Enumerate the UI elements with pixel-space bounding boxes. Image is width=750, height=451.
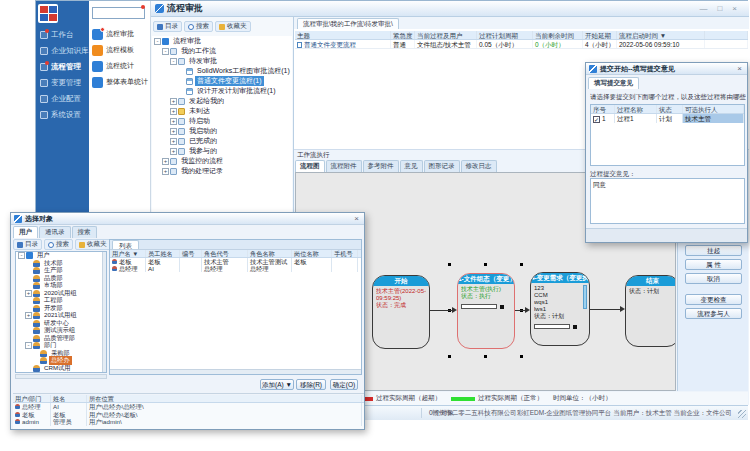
collapse-icon[interactable]: -: [154, 38, 161, 45]
tab-view[interactable]: 意见: [400, 160, 423, 172]
selected-user-row[interactable]: admin管理员用户\admin\: [13, 418, 364, 426]
tree-item[interactable]: 品质管理部: [16, 335, 106, 343]
opinion-textarea[interactable]: 同意: [590, 178, 745, 224]
task-row[interactable]: 普通文件变更流程普通文件组态/技术主管0.05（小时）0（小时）4（小时）202…: [295, 40, 748, 49]
expand-icon[interactable]: +: [25, 290, 32, 297]
toolbar-chip[interactable]: 目录: [153, 21, 182, 32]
toolbar-chip[interactable]: 收藏夹: [75, 239, 111, 250]
tab-fill-opinion[interactable]: 填写提交意见: [588, 77, 639, 89]
tree-horizontal-scrollbar[interactable]: [15, 374, 107, 379]
checkbox-checked-icon[interactable]: ✓: [593, 116, 600, 123]
nav-item[interactable]: 流程审批: [92, 27, 150, 41]
tab-view[interactable]: 图形记录: [424, 160, 460, 172]
expand-icon[interactable]: +: [170, 148, 177, 155]
column-header[interactable]: 角色名称: [248, 250, 292, 257]
toolbar-chip[interactable]: 目录: [13, 239, 42, 250]
nav-item[interactable]: 流程模板: [92, 43, 150, 57]
path-tab[interactable]: 流程审批\我的工作流\待发审批\: [297, 18, 399, 29]
nav-item[interactable]: 流程统计: [92, 59, 150, 73]
column-header[interactable]: 当前剩余时间: [533, 31, 583, 39]
selected-user-row[interactable]: 老板老板用户\总经办\老板\: [13, 411, 364, 419]
column-header[interactable]: 当前过程及用户: [415, 31, 477, 39]
tree-item[interactable]: +已完成的: [152, 136, 292, 146]
toolbar-chip[interactable]: 收藏夹: [215, 21, 251, 32]
cancel-button[interactable]: 取消: [685, 273, 742, 284]
tab-other[interactable]: 通讯录: [39, 226, 71, 238]
tab-view[interactable]: 流程附件: [326, 160, 362, 172]
selection-handle[interactable]: [484, 263, 487, 266]
expand-icon[interactable]: +: [162, 158, 169, 165]
expand-icon[interactable]: +: [170, 98, 177, 105]
node-scrollbar[interactable]: [583, 285, 587, 309]
tree-item[interactable]: +待启动: [152, 116, 292, 126]
tree-item[interactable]: 综合部: [16, 372, 106, 373]
minimize-icon[interactable]: —: [699, 4, 707, 14]
user-row[interactable]: 总经理AI总经理总经理: [110, 265, 361, 272]
workflow-node[interactable]: 4-变更需求（变更执行）123CCMwqs1lws1状态：计划: [530, 272, 590, 346]
tree-item[interactable]: -我的工作流: [152, 46, 292, 56]
selection-handle[interactable]: [484, 355, 487, 358]
properties-button[interactable]: 属 性: [685, 259, 742, 270]
tab-list[interactable]: 列表: [112, 240, 139, 249]
toolbar-chip[interactable]: 搜索: [184, 21, 213, 32]
column-header[interactable]: 过程计划周期: [477, 31, 533, 39]
column-header[interactable]: 状态: [657, 105, 683, 113]
column-header[interactable]: 员工姓名: [146, 250, 180, 257]
tree-item[interactable]: +我启动的: [152, 126, 292, 136]
tree-item[interactable]: +我参与的: [152, 146, 292, 156]
workflow-node[interactable]: 开始技术主管(2022-05-0609:59:25)状态：完成: [372, 275, 430, 349]
column-header[interactable]: 岗位名称: [292, 250, 332, 257]
dialog-titlebar[interactable]: 提交开始--填写提交意见 ×: [586, 63, 747, 75]
expand-icon[interactable]: +: [170, 128, 177, 135]
add-button[interactable]: 添加(A) ▼: [260, 379, 294, 390]
sidebar-item[interactable]: 流程管理: [40, 60, 88, 74]
tab-flowchart[interactable]: 流程图: [295, 160, 325, 172]
expand-icon[interactable]: +: [170, 118, 177, 125]
collapse-icon[interactable]: -: [25, 342, 32, 349]
expand-icon[interactable]: +: [170, 108, 177, 115]
column-header[interactable]: 编号: [180, 250, 202, 257]
tree-vertical-scrollbar[interactable]: [102, 252, 106, 372]
column-header[interactable]: 手机号: [332, 250, 358, 257]
tab-users[interactable]: 用户: [13, 226, 38, 238]
close-icon[interactable]: ×: [352, 214, 361, 223]
expand-icon[interactable]: +: [170, 138, 177, 145]
tree-item[interactable]: SolidWorks工程图审批流程(1): [152, 66, 292, 76]
toolbar-chip[interactable]: 搜索: [44, 239, 73, 250]
search-input[interactable]: [92, 7, 145, 19]
tree-item[interactable]: +我的处理记录: [152, 166, 292, 176]
tree-item[interactable]: 普通文件变更流程(1): [152, 76, 292, 86]
collapse-icon[interactable]: -: [162, 48, 169, 55]
sidebar-item[interactable]: 变更管理: [40, 76, 88, 90]
expand-icon[interactable]: +: [25, 312, 32, 319]
confirm-button[interactable]: 确定(O): [330, 379, 358, 390]
resize-grip[interactable]: [738, 410, 746, 418]
sidebar-item[interactable]: 工作台: [40, 28, 88, 42]
sidebar-item[interactable]: 系统设置: [40, 108, 88, 122]
column-header[interactable]: 过程名称: [615, 105, 657, 113]
maximize-icon[interactable]: □: [717, 4, 722, 14]
selection-handle[interactable]: [520, 355, 523, 358]
participants-button[interactable]: 流程参与人: [685, 308, 742, 319]
selected-user-row[interactable]: 总经理AI用户\总经办\总经理\: [13, 403, 364, 411]
column-header[interactable]: 流程启动时间 ▼: [617, 31, 705, 39]
dialog-titlebar[interactable]: 选择对象 ×: [11, 213, 364, 225]
tab-view[interactable]: 参考附件: [363, 160, 399, 172]
column-header[interactable]: 主题: [295, 31, 391, 39]
close-icon[interactable]: ×: [735, 64, 744, 73]
collapse-icon[interactable]: -: [18, 252, 25, 259]
tree-item[interactable]: +我监控的流程: [152, 156, 292, 166]
selection-handle[interactable]: [448, 263, 451, 266]
sidebar-item[interactable]: 企业知识库: [40, 44, 88, 58]
sidebar-item[interactable]: 企业配置: [40, 92, 88, 106]
process-row[interactable]: ✓1过程1计划技术主管: [591, 114, 744, 123]
collapse-icon[interactable]: -: [170, 58, 177, 65]
user-row[interactable]: 老板老板技术主管技术主管测试老板: [110, 258, 361, 265]
column-header[interactable]: 可选执行人: [683, 105, 744, 113]
workflow-node[interactable]: 结束状态：计划: [625, 275, 676, 347]
suspend-button[interactable]: 挂起: [685, 245, 742, 256]
tab-other[interactable]: 搜索: [72, 226, 97, 238]
nav-item[interactable]: 整体表单统计: [92, 75, 150, 89]
tree-item[interactable]: 设计开发计划审批流程(1): [152, 86, 292, 96]
remove-button[interactable]: 移除(R): [296, 379, 326, 390]
